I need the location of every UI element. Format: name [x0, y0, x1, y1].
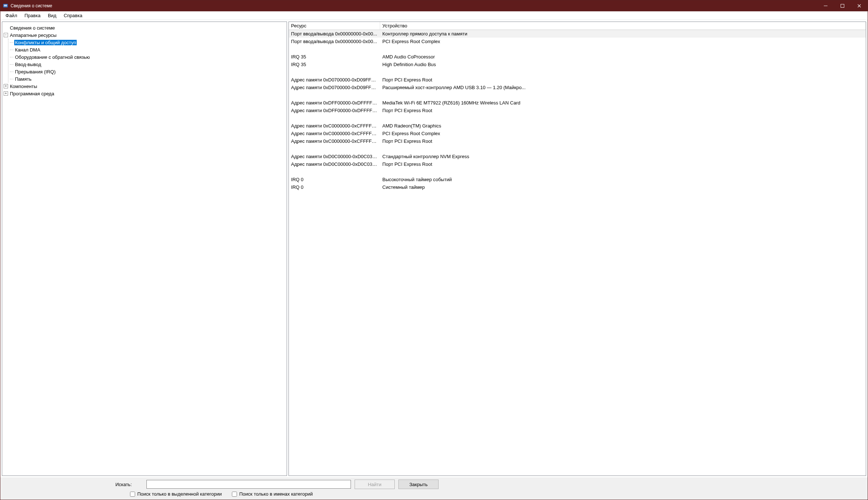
collapse-icon[interactable]: −: [4, 33, 8, 37]
svg-rect-3: [824, 6, 827, 6]
list-row[interactable]: Адрес памяти 0xDFF00000-0xDFFFFFFFMediaT…: [289, 99, 866, 107]
cell-device: High Definition Audio Bus: [380, 62, 866, 67]
tree-connector: [10, 64, 14, 65]
window-title: Сведения о системе: [11, 3, 52, 8]
list-body[interactable]: Порт ввода/вывода 0x00000000-0x00...Конт…: [289, 30, 866, 476]
list-spacer: [289, 114, 866, 122]
app-window: Сведения о системе Файл Правка Вид Справ…: [0, 0, 868, 500]
list-row[interactable]: IRQ 0Высокоточный таймер событий: [289, 176, 866, 183]
list-row[interactable]: Адрес памяти 0xC0000000-0xCFFFFFFFAMD Ra…: [289, 122, 866, 130]
cell-device: PCI Express Root Complex: [380, 39, 866, 44]
tree-io-label: Ввод-вывод: [14, 62, 42, 67]
cell-device: Высокоточный таймер событий: [380, 177, 866, 182]
tree-hardware[interactable]: − Аппаратные ресурсы: [4, 31, 287, 39]
cell-device: Порт PCI Express Root: [380, 108, 866, 113]
chk-only-names-wrap[interactable]: Поиск только в именах категорий: [232, 491, 313, 497]
svg-rect-4: [841, 4, 844, 8]
list-row[interactable]: IRQ 35High Definition Audio Bus: [289, 61, 866, 68]
minimize-button[interactable]: [817, 0, 834, 11]
tree-irq-label: Прерывания (IRQ): [14, 69, 56, 75]
cell-resource: Адрес памяти 0xDFF00000-0xDFFFFFFF: [289, 100, 380, 106]
tree-components[interactable]: + Компоненты: [4, 83, 287, 90]
list-spacer: [289, 68, 866, 76]
tree-connector: [10, 57, 14, 57]
tree-forced[interactable]: Оборудование с обратной связью: [10, 53, 287, 61]
tree-connector: [10, 50, 14, 50]
search-input[interactable]: [146, 480, 351, 489]
list-row[interactable]: Порт ввода/вывода 0x00000000-0x00...Конт…: [289, 30, 866, 38]
cell-device: AMD Radeon(TM) Graphics: [380, 123, 866, 129]
cell-resource: Адрес памяти 0xC0000000-0xCFFFFFFF: [289, 131, 380, 136]
tree-conflicts-label: Конфликты и общий доступ: [14, 40, 77, 45]
tree-conflicts[interactable]: Конфликты и общий доступ: [10, 39, 287, 46]
cell-device: Порт PCI Express Root: [380, 77, 866, 83]
tree-irq[interactable]: Прерывания (IRQ): [10, 68, 287, 75]
col-header-resource[interactable]: Ресурс: [289, 22, 380, 30]
maximize-button[interactable]: [834, 0, 851, 11]
tree-root-label: Сведения о системе: [9, 25, 56, 31]
app-icon: [3, 3, 8, 9]
tree-connector: [10, 42, 14, 43]
list-row[interactable]: Порт ввода/вывода 0x00000000-0x00...PCI …: [289, 38, 866, 45]
menu-help[interactable]: Справка: [60, 12, 86, 19]
list-row[interactable]: Адрес памяти 0xD0C00000-0xD0C03FFFПорт P…: [289, 160, 866, 168]
chk-only-selected-label: Поиск только в выделенной категории: [137, 491, 222, 497]
list-row[interactable]: Адрес памяти 0xC0000000-0xCFFFFFFFPCI Ex…: [289, 130, 866, 137]
tree-io[interactable]: Ввод-вывод: [10, 61, 287, 68]
list-row[interactable]: Адрес памяти 0xD0700000-0xD09FFFFFРасшир…: [289, 84, 866, 91]
cell-resource: Адрес памяти 0xC0000000-0xCFFFFFFF: [289, 123, 380, 129]
find-button[interactable]: Найти: [355, 480, 395, 489]
tree-hardware-children: Конфликты и общий доступ Канал DMA Обору…: [8, 39, 287, 83]
search-label: Искать:: [4, 482, 143, 487]
tree-panel[interactable]: Сведения о системе − Аппаратные ресурсы …: [2, 22, 287, 476]
expand-icon[interactable]: +: [4, 91, 8, 96]
cell-resource: Адрес памяти 0xD0C00000-0xD0C03FFF: [289, 154, 380, 159]
menu-file[interactable]: Файл: [2, 12, 21, 19]
list-row[interactable]: Адрес памяти 0xC0000000-0xCFFFFFFFПорт P…: [289, 137, 866, 145]
svg-rect-1: [4, 5, 7, 5]
cell-resource: IRQ 0: [289, 177, 380, 182]
tree-software-label: Программная среда: [9, 91, 55, 96]
list-spacer: [289, 168, 866, 176]
menu-edit[interactable]: Правка: [21, 12, 44, 19]
menu-view[interactable]: Вид: [44, 12, 60, 19]
tree-memory-label: Память: [14, 76, 32, 82]
chk-only-selected[interactable]: [130, 492, 135, 497]
tree: Сведения о системе − Аппаратные ресурсы …: [2, 22, 287, 99]
search-bar: Искать: Найти Закрыть Поиск только в выд…: [0, 477, 868, 500]
list-row[interactable]: Адрес памяти 0xD0700000-0xD09FFFFFПорт P…: [289, 76, 866, 84]
close-search-button[interactable]: Закрыть: [398, 480, 439, 489]
close-button[interactable]: [851, 0, 868, 11]
tree-memory[interactable]: Память: [10, 75, 287, 83]
cell-resource: IRQ 35: [289, 54, 380, 60]
list-row[interactable]: Адрес памяти 0xD0C00000-0xD0C03FFFСтанда…: [289, 153, 866, 160]
list-header: Ресурс Устройство: [289, 22, 866, 30]
list-spacer: [289, 45, 866, 53]
chk-only-selected-wrap[interactable]: Поиск только в выделенной категории: [130, 491, 222, 497]
tree-connector: [10, 72, 14, 72]
tree-dma-label: Канал DMA: [14, 47, 41, 53]
search-row: Искать: Найти Закрыть: [4, 480, 864, 489]
titlebar[interactable]: Сведения о системе: [0, 0, 868, 11]
list-row[interactable]: Адрес памяти 0xDFF00000-0xDFFFFFFFПорт P…: [289, 107, 866, 114]
tree-root[interactable]: Сведения о системе: [4, 24, 287, 31]
cell-device: Системный таймер: [380, 184, 866, 190]
list-row[interactable]: IRQ 0Системный таймер: [289, 183, 866, 191]
chk-only-names[interactable]: [232, 492, 237, 497]
tree-dma[interactable]: Канал DMA: [10, 46, 287, 53]
chk-only-names-label: Поиск только в именах категорий: [239, 491, 313, 497]
expand-icon[interactable]: +: [4, 84, 8, 88]
list-row[interactable]: IRQ 35AMD Audio CoProcessor: [289, 53, 866, 61]
cell-device: Порт PCI Express Root: [380, 138, 866, 144]
cell-resource: Адрес памяти 0xD0C00000-0xD0C03FFF: [289, 161, 380, 167]
tree-connector: [10, 79, 14, 79]
menubar: Файл Правка Вид Справка: [0, 11, 868, 20]
list-panel[interactable]: Ресурс Устройство Порт ввода/вывода 0x00…: [288, 22, 866, 476]
col-header-device[interactable]: Устройство: [380, 22, 866, 30]
cell-resource: Адрес памяти 0xD0700000-0xD09FFFFF: [289, 77, 380, 83]
list-spacer: [289, 145, 866, 153]
cell-device: PCI Express Root Complex: [380, 131, 866, 136]
tree-software[interactable]: + Программная среда: [4, 90, 287, 97]
svg-rect-2: [4, 6, 7, 7]
cell-device: AMD Audio CoProcessor: [380, 54, 866, 60]
